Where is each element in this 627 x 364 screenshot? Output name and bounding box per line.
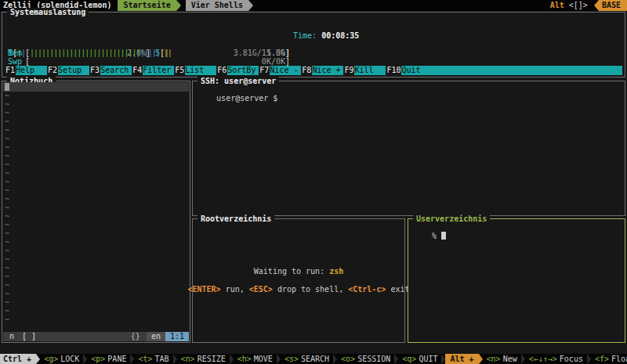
keybind-label: Focus	[560, 354, 583, 364]
tilde-row: ~	[3, 160, 189, 169]
swap-label: Swp	[8, 57, 25, 66]
pane-ssh: SSH: user@server user@server $	[192, 81, 625, 216]
alt-modifier-badge: Alt +	[445, 354, 478, 364]
editor-statusline: n [ ] {} en 1:1	[3, 332, 189, 341]
fkey-button[interactable]: F4Filter	[132, 66, 174, 75]
fkey-button[interactable]: F5List	[174, 66, 216, 75]
fkey-button[interactable]: F3Search	[89, 66, 132, 75]
swap-layout-badge[interactable]: BASE	[599, 0, 627, 11]
keybind-item[interactable]: <q>QUIT	[398, 354, 441, 364]
keybind-label: SEARCH	[301, 354, 329, 364]
fkey-number: F1	[5, 66, 16, 75]
ssh-terminal[interactable]: user@server $	[194, 82, 624, 214]
hint-line: <ENTER> run, <ESC> drop to shell, <Ctrl-…	[188, 285, 410, 294]
tilde-row: ~	[3, 221, 189, 229]
fkey-number: F8	[301, 66, 312, 75]
time-label: Time:	[293, 31, 317, 40]
user-terminal[interactable]: %	[409, 220, 624, 341]
fkey-button[interactable]: F6SortBy	[216, 66, 259, 75]
keybind-key: <p>	[91, 354, 105, 364]
ctrl-keybinds: <g>LOCK <p>PANE <t>TAB <n>RESIZE <h>MOVE…	[40, 354, 445, 364]
fkey-number: F3	[89, 66, 100, 75]
tilde-row: ~	[3, 290, 189, 298]
pane-userverzeichnis: Userverzeichnis %	[408, 218, 625, 343]
tilde-row: ~	[3, 238, 189, 247]
swap-bar: 0K/0K	[25, 57, 290, 66]
keybind-key: <q>	[402, 354, 416, 364]
keybind-item[interactable]: <g>LOCK	[40, 354, 83, 364]
pane-rootverzeichnis: Rootverzeichnis Waiting to run: zsh <ENT…	[192, 218, 405, 343]
hint-key-ctrlc: <Ctrl-c>	[348, 285, 386, 294]
keybind-label: PANE	[107, 354, 126, 364]
fkey-action: Kill	[354, 66, 386, 75]
tab-startseite[interactable]: Startseite	[118, 0, 176, 11]
memory-bar-yellow: |||	[160, 49, 172, 57]
fkey-button[interactable]: F1Help	[5, 66, 47, 75]
memory-value: 3.81G/15.6G	[234, 49, 285, 57]
fkey-button[interactable]: F9Kill	[343, 66, 386, 75]
tilde-row: ~	[3, 264, 189, 272]
empty-stat-row	[293, 57, 621, 66]
keybind-key: <s>	[285, 354, 299, 364]
tilde-row: ~	[3, 255, 189, 264]
editor-file: [ ]	[22, 332, 36, 341]
fkey-action: Quit	[401, 66, 433, 75]
keybind-item[interactable]: <n>RESIZE	[177, 354, 230, 364]
fkey-action: Setup	[58, 66, 89, 75]
fkey-action: Nice -	[270, 66, 301, 75]
tab-arrow-icon	[176, 0, 181, 11]
tilde-row: ~	[3, 298, 189, 307]
pane-notizbuch: Notizbuch ~~~~~~~~~~~~~~~~~~~~~~~~~~~ n …	[2, 81, 190, 343]
tilde-row: ~	[3, 307, 189, 315]
keybind-item[interactable]: <h>MOVE	[234, 354, 277, 364]
hint-text: run,	[221, 285, 249, 294]
keybind-key: <f>	[595, 354, 609, 364]
keybind-key: <n>	[487, 354, 501, 364]
keybind-label: RESIZE	[198, 354, 226, 364]
keybind-key: <t>	[138, 354, 152, 364]
fkey-action: List	[185, 66, 216, 75]
keybind-item[interactable]: <←↓↑→>Focus	[525, 354, 587, 364]
keybind-item[interactable]: <n>New	[483, 354, 521, 364]
fkey-action: Nice +	[312, 66, 343, 75]
tilde-row: ~	[3, 109, 189, 117]
keybind-key: <←↓↑→>	[529, 354, 557, 364]
pane-systemauslastung: Systemauslastung 1||2.0% 2|1.3% 30.0% 4|…	[2, 12, 625, 77]
tilde-row: ~	[3, 178, 189, 186]
keybind-key: <o>	[341, 354, 355, 364]
keybind-item[interactable]: <o>SESSION	[337, 354, 394, 364]
keybind-label: MOVE	[254, 354, 273, 364]
keybind-item[interactable]: <p>PANE	[87, 354, 130, 364]
fkey-button[interactable]: F7Nice -	[259, 66, 301, 75]
fkey-button[interactable]: F10Quit	[386, 66, 433, 75]
time-stat: Time: 00:08:35	[293, 31, 621, 40]
keybind-label: SESSION	[357, 354, 390, 364]
root-terminal[interactable]: Waiting to run: zsh <ENTER> run, <ESC> d…	[194, 220, 404, 341]
tilde-row: ~	[3, 186, 189, 195]
tilde-row: ~	[3, 195, 189, 204]
memory-bar-green: ||||||||||||||||||||||||||||	[30, 49, 140, 57]
tilde-row: ~	[3, 315, 189, 324]
tilde-row: ~	[3, 92, 189, 100]
tilde-row: ~	[3, 204, 189, 212]
keybind-item[interactable]: <t>TAB	[134, 354, 172, 364]
memory-bar-blue: |||||	[140, 49, 160, 57]
keybind-key: <n>	[181, 354, 195, 364]
fkey-button[interactable]: F2Setup	[47, 66, 89, 75]
memory-label: Mem	[8, 49, 25, 57]
keybind-item[interactable]: <f>Floating	[591, 354, 627, 364]
tab-vier-shells[interactable]: Vier Shells	[186, 0, 248, 11]
tilde-row: ~	[3, 126, 189, 135]
keybind-item[interactable]: <s>SEARCH	[281, 354, 333, 364]
fkey-button[interactable]: F8Nice +	[301, 66, 343, 75]
alt-hint-label: Alt	[550, 1, 564, 9]
editor-cursor	[5, 83, 9, 91]
fkey-action: Filter	[143, 66, 174, 75]
editor-area[interactable]: ~~~~~~~~~~~~~~~~~~~~~~~~~~~ n [ ] {} en …	[3, 82, 189, 341]
waiting-line: Waiting to run: zsh	[254, 267, 343, 276]
statusline-language: en	[147, 332, 165, 341]
tilde-row: ~	[3, 281, 189, 290]
tilde-row: ~	[3, 117, 189, 126]
htop-body[interactable]: 1||2.0% 2|1.3% 30.0% 4|0.7% 5|1.3%	[5, 14, 622, 75]
fkey-action: SortBy	[227, 66, 259, 75]
